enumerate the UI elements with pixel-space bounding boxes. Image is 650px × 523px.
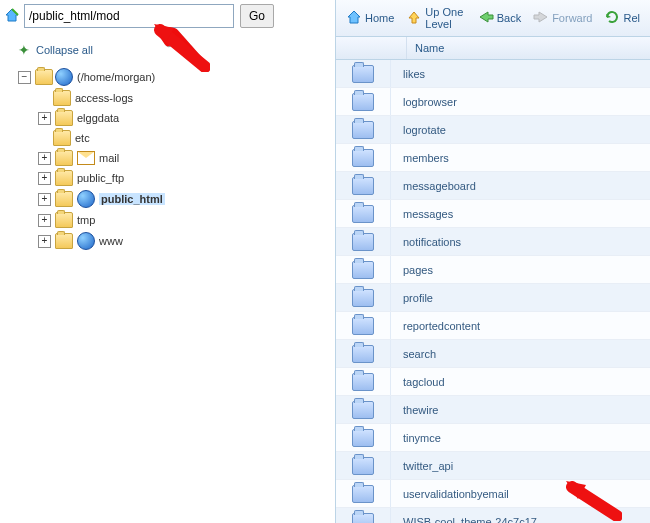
reload-button[interactable]: Rel [600, 7, 644, 29]
column-header-icon[interactable] [336, 37, 407, 59]
tree-node-label: public_html [99, 193, 165, 205]
back-icon [478, 10, 494, 26]
plus-icon[interactable]: + [38, 193, 51, 206]
table-row[interactable]: tagcloud [336, 368, 650, 396]
table-row[interactable]: twitter_api [336, 452, 650, 480]
tree-node[interactable]: etc [38, 130, 327, 146]
table-row[interactable]: search [336, 340, 650, 368]
table-row[interactable]: likes [336, 60, 650, 88]
folder-icon [55, 233, 73, 249]
row-icon-cell [336, 60, 391, 87]
file-list: likeslogbrowserlogrotatemembersmessagebo… [336, 60, 650, 523]
folder-icon [352, 373, 374, 391]
forward-button[interactable]: Forward [529, 8, 596, 28]
folder-icon [352, 65, 374, 83]
folder-icon [55, 110, 73, 126]
folder-icon [53, 130, 71, 146]
go-button[interactable]: Go [240, 4, 274, 28]
collapse-all[interactable]: ✦ Collapse all [18, 42, 327, 58]
row-icon-cell [336, 200, 391, 227]
tree-node[interactable]: access-logs [38, 90, 327, 106]
plus-icon[interactable]: + [38, 172, 51, 185]
toolbar: Home Up One Level Back Forward Rel [336, 0, 650, 37]
row-icon-cell [336, 172, 391, 199]
tree-node[interactable]: +mail [38, 150, 327, 166]
table-row[interactable]: logbrowser [336, 88, 650, 116]
row-icon-cell [336, 368, 391, 395]
folder-icon [352, 429, 374, 447]
table-row[interactable]: thewire [336, 396, 650, 424]
plus-icon[interactable]: + [38, 112, 51, 125]
table-row[interactable]: tinymce [336, 424, 650, 452]
folder-icon [352, 485, 374, 503]
folder-icon [352, 261, 374, 279]
plus-icon[interactable]: + [38, 235, 51, 248]
plus-icon[interactable]: + [38, 152, 51, 165]
row-name: members [391, 152, 650, 164]
table-row[interactable]: members [336, 144, 650, 172]
mail-icon [77, 151, 95, 165]
tree-node[interactable]: +tmp [38, 212, 327, 228]
tree-node-label: mail [99, 152, 119, 164]
folder-icon [55, 170, 73, 186]
folder-icon [53, 90, 71, 106]
collapse-all-label: Collapse all [36, 44, 93, 56]
tree-node-label: access-logs [75, 92, 133, 104]
table-row[interactable]: messageboard [336, 172, 650, 200]
left-pane: Go ✦ Collapse all − (/home/morgan) acces… [0, 0, 335, 523]
globe-icon [77, 232, 95, 250]
row-icon-cell [336, 452, 391, 479]
row-name: messages [391, 208, 650, 220]
back-button[interactable]: Back [474, 8, 525, 28]
folder-icon [55, 212, 73, 228]
home-icon [346, 9, 362, 27]
row-icon-cell [336, 284, 391, 311]
row-icon-cell [336, 480, 391, 507]
globe-icon [55, 68, 73, 86]
path-input[interactable] [24, 4, 234, 28]
tree-node[interactable]: +www [38, 232, 327, 250]
row-name: logbrowser [391, 96, 650, 108]
row-name: notifications [391, 236, 650, 248]
table-row[interactable]: profile [336, 284, 650, 312]
row-icon-cell [336, 88, 391, 115]
table-row[interactable]: WISB-cool_theme-24c7c17 [336, 508, 650, 523]
table-row[interactable]: logrotate [336, 116, 650, 144]
collapse-icon: ✦ [18, 42, 30, 58]
table-row[interactable]: notifications [336, 228, 650, 256]
forward-icon [533, 10, 549, 26]
row-icon-cell [336, 256, 391, 283]
row-name: pages [391, 264, 650, 276]
minus-icon[interactable]: − [18, 71, 31, 84]
column-header-name[interactable]: Name [407, 37, 452, 59]
row-icon-cell [336, 228, 391, 255]
tree-node-label: www [99, 235, 123, 247]
tree-root[interactable]: − (/home/morgan) [18, 68, 327, 86]
plus-icon[interactable]: + [38, 214, 51, 227]
spacer [38, 93, 49, 104]
table-row[interactable]: pages [336, 256, 650, 284]
table-row[interactable]: messages [336, 200, 650, 228]
tree-root-label: (/home/morgan) [77, 71, 155, 83]
folder-icon [352, 93, 374, 111]
folder-icon [352, 345, 374, 363]
row-icon-cell [336, 340, 391, 367]
row-name: messageboard [391, 180, 650, 192]
tree-node[interactable]: +elggdata [38, 110, 327, 126]
folder-icon [55, 150, 73, 166]
folder-icon [352, 233, 374, 251]
table-row[interactable]: uservalidationbyemail [336, 480, 650, 508]
tree-node-label: etc [75, 132, 90, 144]
row-name: twitter_api [391, 460, 650, 472]
reload-icon [604, 9, 620, 27]
tree-node[interactable]: +public_html [38, 190, 327, 208]
up-one-level-button[interactable]: Up One Level [402, 4, 469, 32]
home-button[interactable]: Home [342, 7, 398, 29]
folder-icon [55, 191, 73, 207]
table-row[interactable]: reportedcontent [336, 312, 650, 340]
tree-node[interactable]: +public_ftp [38, 170, 327, 186]
folder-icon [352, 121, 374, 139]
folder-icon [352, 205, 374, 223]
row-name: profile [391, 292, 650, 304]
home-icon [4, 7, 20, 25]
